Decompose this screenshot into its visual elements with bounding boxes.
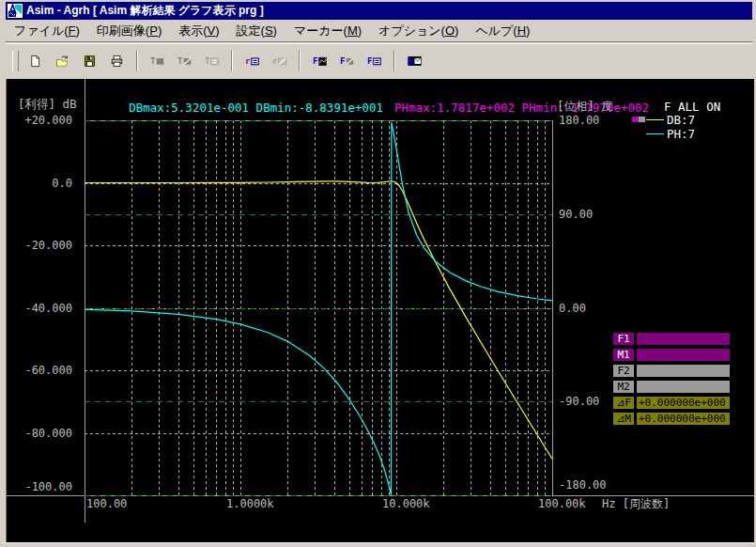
db-stats: DBmax:5.3201e-001 DBmin:-8.8391e+001 <box>129 101 383 115</box>
toolbar-separator <box>231 51 233 71</box>
trace-color-line <box>646 133 664 134</box>
app-icon[interactable] <box>8 4 23 18</box>
r-diagonal-icon: r <box>272 53 286 70</box>
db-tick-label: -100.00 <box>14 481 72 492</box>
menu-item-7[interactable]: ヘルプ(H) <box>467 20 538 42</box>
toolbar-separator <box>136 51 138 71</box>
graph-panel: DBmax:5.3201e-001 DBmin:-8.8391e+001PHma… <box>6 79 756 542</box>
toolbar-button-f-diagonal[interactable]: F <box>333 49 361 73</box>
toolbar-button-export[interactable] <box>401 49 428 73</box>
marker-value: +0.000000e+000 <box>637 397 730 409</box>
toolbar-separator <box>393 51 395 71</box>
toolbar-button-f-lines[interactable]: F <box>361 49 388 73</box>
marker-tag: M2 <box>613 381 634 393</box>
marker-row-F1: F1 <box>613 333 731 345</box>
phase-tick-label: -180.00 <box>559 479 607 491</box>
toolbar-button-print[interactable] <box>103 49 131 73</box>
f-lines-icon: F <box>367 53 381 70</box>
db-tick-label: -20.000 <box>14 240 72 251</box>
marker-value <box>637 381 730 393</box>
menu-item-6[interactable]: オプション(O) <box>370 20 467 42</box>
x-axis-unit: Hz [周波数] <box>602 498 670 509</box>
export-icon <box>408 53 422 70</box>
marker-tag: ⊿F <box>613 397 634 409</box>
freq-tick-label: 100.00k <box>538 498 586 509</box>
menu-item-1[interactable]: ファイル(F) <box>6 20 88 42</box>
legend-entry-PH-7: PH:7 <box>626 128 739 140</box>
toolbar-button-t-diagonal[interactable]: T <box>171 49 198 73</box>
svg-text:F: F <box>313 56 317 66</box>
window-bottom-border <box>3 542 756 547</box>
toolbar-button-new-file[interactable] <box>22 49 49 73</box>
marker-row-dM: ⊿M+0.000000e+000 <box>613 413 731 425</box>
toolbar-separator <box>299 51 301 71</box>
svg-text:T: T <box>150 56 156 66</box>
marker-value <box>637 333 730 345</box>
menu-item-3[interactable]: 表示(V) <box>170 20 227 42</box>
trace-label: DB:7 <box>667 114 695 126</box>
marker-value <box>637 349 730 361</box>
toolbar-button-f-wave[interactable]: F <box>306 49 333 73</box>
svg-text:T: T <box>177 56 183 66</box>
title-bar: Asim - Agrh [ Asim 解析結果 グラフ表示 prg ] <box>6 2 752 20</box>
trace-DB-7 <box>85 181 552 459</box>
save-icon <box>83 53 97 70</box>
t-diagonal-icon: T <box>177 53 192 70</box>
trace-color-line <box>646 119 664 120</box>
bode-plot[interactable] <box>7 79 756 542</box>
toolbar-button-t-lines[interactable]: T <box>198 49 225 73</box>
toolbar-button-t-solid[interactable]: T <box>144 49 171 73</box>
t-solid-icon: T <box>150 53 164 70</box>
f-diagonal-icon: F <box>340 53 354 70</box>
toolbar: TTTrrFFF <box>6 43 752 78</box>
toolbar-button-open-folder[interactable] <box>49 49 76 73</box>
menu-item-5[interactable]: マーカー(M) <box>285 20 370 42</box>
r-lines-icon: r <box>245 53 259 70</box>
t-lines-icon: T <box>205 53 219 70</box>
svg-text:T: T <box>205 56 210 66</box>
marker-tag: F1 <box>613 333 634 345</box>
toolbar-button-save[interactable] <box>76 49 103 73</box>
legend-title: F ALL ON <box>664 100 720 114</box>
marker-swatch <box>639 117 645 122</box>
toolbar-button-r-diagonal[interactable]: r <box>266 49 293 73</box>
new-file-icon <box>28 53 42 70</box>
left-axis-title: [利得] dB <box>18 97 77 113</box>
svg-text:F: F <box>340 56 345 66</box>
marker-row-dF: ⊿F+0.000000e+000 <box>613 397 731 409</box>
toolbar-gripper[interactable] <box>12 51 19 71</box>
db-tick-label: -60.000 <box>14 365 72 376</box>
phase-tick-label: -90.00 <box>559 396 599 407</box>
db-tick-label: +20.000 <box>14 115 72 126</box>
marker-tag: F2 <box>613 365 634 377</box>
db-tick-label: -80.000 <box>14 428 72 439</box>
open-folder-icon <box>55 53 69 70</box>
marker-tag: ⊿M <box>613 413 634 425</box>
db-tick-label: -40.000 <box>14 303 72 314</box>
svg-text:r: r <box>245 56 251 66</box>
db-tick-label: 0.0 <box>14 178 72 189</box>
freq-tick-label: 10.000k <box>382 498 430 509</box>
phase-tick-label: 180.00 <box>559 115 599 126</box>
toolbar-button-r-lines[interactable]: r <box>239 49 266 73</box>
trace-label: PH:7 <box>667 128 695 140</box>
f-wave-icon: F <box>313 53 327 70</box>
menu-bar: ファイル(F)印刷画像(P)表示(V)設定(S)マーカー(M)オプション(O)ヘ… <box>6 21 752 42</box>
print-icon <box>110 53 124 70</box>
phase-tick-label: 0.00 <box>559 303 586 314</box>
app-window: Asim - Agrh [ Asim 解析結果 グラフ表示 prg ] ファイル… <box>0 0 756 547</box>
menu-item-4[interactable]: 設定(S) <box>228 20 285 42</box>
svg-text:F: F <box>367 56 372 66</box>
menu-item-2[interactable]: 印刷画像(P) <box>88 20 170 42</box>
marker-value: +0.000000e+000 <box>637 413 730 425</box>
marker-value <box>637 365 730 377</box>
right-axis-title: [位相] 度 <box>557 99 613 115</box>
legend-entry-DB-7: DB:7 <box>626 114 739 126</box>
window-title: Asim - Agrh [ Asim 解析結果 グラフ表示 prg ] <box>26 3 264 19</box>
marker-row-F2: F2 <box>613 365 731 377</box>
marker-swatch <box>632 117 639 122</box>
marker-row-M2: M2 <box>613 381 731 393</box>
marker-tag: M1 <box>613 349 634 361</box>
svg-text:r: r <box>272 56 278 66</box>
freq-tick-label: 1.0000k <box>226 498 274 509</box>
